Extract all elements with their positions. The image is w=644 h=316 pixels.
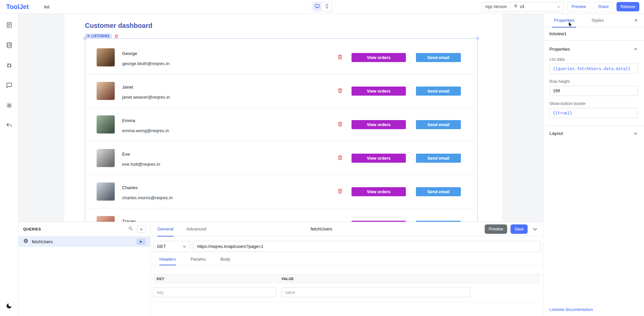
- user-email: janet.weaver@reqres.in: [122, 95, 170, 100]
- view-orders-button[interactable]: View orders: [352, 53, 406, 62]
- version-value: v3: [520, 4, 524, 9]
- method-select[interactable]: GET: [153, 241, 190, 252]
- device-toggle: [312, 2, 332, 11]
- list-data-value: {{queries.fetchUsers.data.data}}: [553, 66, 630, 71]
- chevron-down-icon: [556, 5, 560, 9]
- selected-query-name[interactable]: fetchUsers: [311, 222, 332, 236]
- trash-icon[interactable]: [337, 155, 343, 161]
- tab-advanced[interactable]: Advanced: [186, 222, 206, 236]
- version-dropdown[interactable]: v3: [511, 4, 564, 9]
- chevron-down-icon: [182, 245, 186, 249]
- preview-button[interactable]: Preview: [567, 2, 590, 11]
- inspector-tabs: Properties Styles ×: [543, 14, 644, 27]
- share-button[interactable]: Share: [594, 2, 613, 11]
- pages-icon[interactable]: [5, 21, 13, 29]
- header-value-input[interactable]: [281, 287, 470, 297]
- settings-gear-icon[interactable]: [5, 101, 13, 109]
- listview-rows: George george.bluth@reqres.in View order…: [87, 41, 475, 222]
- send-email-button[interactable]: Send email: [416, 120, 461, 129]
- search-icon: [128, 226, 133, 232]
- widget-name-badge[interactable]: LISTVIEW1: [85, 34, 112, 39]
- list-item: Eve eve.holt@reqres.in View orders Send …: [87, 141, 475, 175]
- undo-icon[interactable]: [5, 121, 13, 129]
- user-name: Janet: [122, 85, 133, 90]
- field-label: Show bottom border: [549, 101, 638, 106]
- inspected-widget-name[interactable]: listview1: [543, 27, 644, 41]
- query-save-button[interactable]: Save: [511, 224, 528, 234]
- send-email-button[interactable]: Send email: [416, 187, 461, 196]
- user-email: emma.wong@reqres.in: [122, 128, 169, 133]
- query-list-item[interactable]: fetchUsers ▶: [18, 236, 150, 247]
- listview-widget[interactable]: George george.bluth@reqres.in View order…: [85, 38, 478, 222]
- view-orders-button[interactable]: View orders: [352, 154, 406, 163]
- debugger-icon[interactable]: [5, 61, 13, 69]
- search-query-button[interactable]: [126, 225, 135, 233]
- mobile-view-button[interactable]: [322, 3, 331, 10]
- trash-icon[interactable]: [337, 54, 343, 60]
- header-key-input[interactable]: [153, 287, 276, 297]
- tab-params[interactable]: Params: [191, 257, 206, 265]
- trash-icon[interactable]: [337, 88, 343, 94]
- properties-section-header[interactable]: Properties: [549, 47, 638, 52]
- trash-icon[interactable]: [337, 188, 343, 194]
- show-bottom-border-value: {{true}}: [553, 111, 572, 115]
- key-column-header: KEY: [153, 277, 281, 281]
- layout-section-header[interactable]: Layout: [549, 126, 638, 141]
- app-canvas[interactable]: Customer dashboard LISTVIEW1: [64, 14, 502, 222]
- query-editor-actions: Preview Save: [485, 224, 538, 234]
- list-item: Janet janet.weaver@reqres.in View orders…: [87, 74, 475, 108]
- avatar: [97, 216, 115, 222]
- view-orders-button[interactable]: View orders: [352, 187, 406, 196]
- tab-properties[interactable]: Properties: [547, 14, 581, 27]
- show-bottom-border-input[interactable]: {{true}}: [549, 108, 638, 118]
- resize-handle-top-right[interactable]: [476, 37, 479, 40]
- query-preview-button[interactable]: Preview: [485, 224, 507, 234]
- app-version-label: App Version: [482, 2, 511, 11]
- queries-title: QUERIES: [23, 227, 41, 231]
- listview-icon: [87, 34, 90, 38]
- close-icon[interactable]: ×: [632, 17, 640, 24]
- resize-handle-top-left[interactable]: [84, 37, 86, 40]
- trash-icon[interactable]: [337, 121, 343, 127]
- request-tabs: Headers Params Body: [151, 252, 543, 265]
- request-row: GET: [153, 241, 540, 252]
- comments-icon[interactable]: [5, 81, 13, 89]
- app-version-selector[interactable]: App Version v3: [482, 2, 564, 11]
- list-item: Tracey View orders Send email: [87, 208, 475, 222]
- list-data-input[interactable]: {{queries.fetchUsers.data.data}}: [549, 64, 638, 74]
- user-name: Emma: [122, 118, 135, 123]
- tooljet-app-builder: ToolJet list App Version: [0, 0, 644, 316]
- desktop-icon: [315, 3, 320, 10]
- tab-headers[interactable]: Headers: [159, 257, 176, 265]
- send-email-button[interactable]: Send email: [416, 154, 461, 163]
- chevron-up-icon: [633, 47, 638, 52]
- listview-documentation-link[interactable]: Listview documentation: [549, 307, 593, 312]
- dark-mode-moon-icon[interactable]: [5, 302, 13, 310]
- top-header: ToolJet list App Version: [0, 0, 644, 14]
- row-height-input[interactable]: 100: [549, 86, 638, 96]
- tab-general[interactable]: General: [157, 222, 173, 236]
- send-email-button[interactable]: Send email: [416, 53, 461, 62]
- view-orders-button[interactable]: View orders: [352, 87, 406, 96]
- tab-body[interactable]: Body: [220, 257, 230, 265]
- inspector-body: Properties List data {{queries.fetchUser…: [543, 47, 644, 141]
- view-orders-button[interactable]: View orders: [352, 120, 406, 129]
- query-editor-pane: General Advanced fetchUsers Preview Save…: [151, 222, 543, 316]
- url-input[interactable]: [193, 241, 540, 252]
- user-name: Tracey: [122, 219, 136, 222]
- page-title[interactable]: Customer dashboard: [85, 22, 152, 30]
- tooljet-logo[interactable]: ToolJet: [6, 3, 29, 11]
- run-query-button[interactable]: ▶: [137, 239, 146, 245]
- datasources-icon[interactable]: [5, 41, 13, 49]
- avatar: [97, 182, 115, 201]
- delete-widget-trash-icon[interactable]: [114, 34, 119, 39]
- tab-styles[interactable]: Styles: [581, 14, 614, 27]
- widget-selection-toolbar: LISTVIEW1: [85, 34, 119, 39]
- desktop-view-button[interactable]: [313, 3, 322, 10]
- collapse-panel-chevron-down-icon[interactable]: [532, 226, 538, 232]
- add-query-button[interactable]: +: [137, 225, 146, 233]
- send-email-button[interactable]: Send email: [416, 87, 461, 96]
- app-name[interactable]: list: [44, 4, 50, 9]
- row-height-value: 100: [553, 89, 560, 93]
- release-button[interactable]: Release: [616, 2, 639, 11]
